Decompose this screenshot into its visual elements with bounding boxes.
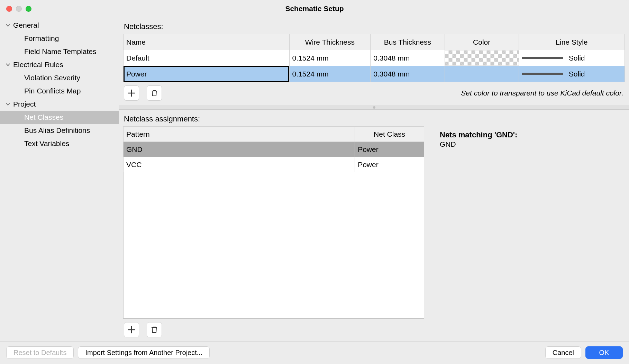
sidebar-group-project[interactable]: Project: [0, 98, 119, 111]
traffic-lights: [6, 6, 31, 12]
matching-nets-panel: Nets matching 'GND': GND: [425, 126, 629, 342]
trash-icon: [151, 89, 158, 97]
assignments-table-body-blank[interactable]: [123, 172, 424, 319]
add-assignment-button[interactable]: [124, 322, 139, 337]
reset-to-defaults-button[interactable]: Reset to Defaults: [6, 346, 74, 359]
col-wire-thickness[interactable]: Wire Thickness: [289, 34, 371, 50]
sidebar-item-violation-severity[interactable]: Violation Severity: [0, 71, 119, 84]
sidebar-item-text-variables[interactable]: Text Variables: [0, 137, 119, 150]
sidebar-group-electrical-rules[interactable]: Electrical Rules: [0, 58, 119, 71]
matching-nets-heading: Nets matching 'GND':: [440, 130, 621, 139]
cell-line-style[interactable]: Solid: [519, 66, 625, 82]
chevron-down-icon: [5, 23, 11, 27]
close-window-button[interactable]: [6, 6, 12, 12]
cell-name[interactable]: Power: [124, 66, 290, 82]
delete-assignment-button[interactable]: [147, 322, 162, 337]
sidebar-item-field-name-templates[interactable]: Field Name Templates: [0, 45, 119, 58]
cell-pattern[interactable]: GND: [124, 142, 355, 157]
cell-color[interactable]: [445, 50, 519, 66]
cell-bus[interactable]: 0.3048 mm: [371, 66, 445, 82]
table-row[interactable]: Power 0.1524 mm 0.3048 mm Solid: [124, 66, 625, 82]
netclasses-heading: Netclasses:: [119, 17, 629, 34]
line-preview-icon: [522, 73, 563, 75]
netclasses-table[interactable]: Name Wire Thickness Bus Thickness Color …: [123, 34, 625, 82]
col-line-style[interactable]: Line Style: [519, 34, 625, 50]
cell-netclass[interactable]: Power: [355, 142, 424, 157]
window-title: Schematic Setup: [285, 4, 344, 13]
cell-bus[interactable]: 0.3048 mm: [371, 50, 445, 66]
col-bus-thickness[interactable]: Bus Thickness: [371, 34, 445, 50]
table-row[interactable]: VCC Power: [124, 157, 424, 172]
table-row[interactable]: Default 0.1524 mm 0.3048 mm Solid: [124, 50, 625, 66]
plus-icon: [128, 89, 135, 97]
add-netclass-button[interactable]: [124, 85, 139, 101]
col-color[interactable]: Color: [445, 34, 519, 50]
sidebar-item-pin-conflicts-map[interactable]: Pin Conflicts Map: [0, 84, 119, 98]
sidebar-item-formatting[interactable]: Formatting: [0, 32, 119, 45]
titlebar: Schematic Setup: [0, 0, 629, 17]
assignments-table[interactable]: Pattern Net Class GND Power VCC Power: [123, 126, 424, 172]
cell-line-style[interactable]: Solid: [519, 50, 625, 66]
cell-netclass[interactable]: Power: [355, 157, 424, 172]
sidebar-group-general[interactable]: General: [0, 19, 119, 32]
col-pattern[interactable]: Pattern: [124, 127, 355, 142]
cell-color[interactable]: [445, 66, 519, 82]
col-name[interactable]: Name: [124, 34, 290, 50]
line-preview-icon: [522, 57, 563, 59]
assignments-heading: Netclass assignments:: [119, 110, 629, 126]
matching-net-item: GND: [440, 140, 621, 148]
col-net-class[interactable]: Net Class: [355, 127, 424, 142]
sidebar: General Formatting Field Name Templates …: [0, 17, 119, 342]
ok-button[interactable]: OK: [585, 346, 623, 359]
cell-name[interactable]: Default: [124, 50, 290, 66]
footer: Reset to Defaults Import Settings from A…: [0, 342, 629, 363]
cancel-button[interactable]: Cancel: [545, 346, 581, 359]
sidebar-group-label: Project: [13, 100, 36, 108]
netclasses-hint: Set color to transparent to use KiCad de…: [461, 89, 624, 97]
cell-pattern[interactable]: VCC: [124, 157, 355, 172]
sidebar-group-label: General: [13, 21, 39, 29]
plus-icon: [128, 326, 135, 334]
trash-icon: [151, 326, 158, 334]
import-settings-button[interactable]: Import Settings from Another Project...: [78, 346, 210, 359]
chevron-down-icon: [5, 63, 11, 67]
chevron-down-icon: [5, 102, 11, 106]
zoom-window-button[interactable]: [26, 6, 31, 12]
cell-wire[interactable]: 0.1524 mm: [289, 50, 371, 66]
delete-netclass-button[interactable]: [147, 85, 162, 101]
content-pane: Netclasses: Name Wire Thickness Bus Thic…: [119, 17, 629, 342]
table-row[interactable]: GND Power: [124, 142, 424, 157]
horizontal-splitter[interactable]: [119, 105, 629, 110]
sidebar-item-bus-alias-definitions[interactable]: Bus Alias Definitions: [0, 124, 119, 137]
sidebar-item-net-classes[interactable]: Net Classes: [0, 111, 119, 124]
minimize-window-button: [16, 6, 22, 12]
cell-wire[interactable]: 0.1524 mm: [289, 66, 371, 82]
sidebar-group-label: Electrical Rules: [13, 61, 63, 69]
